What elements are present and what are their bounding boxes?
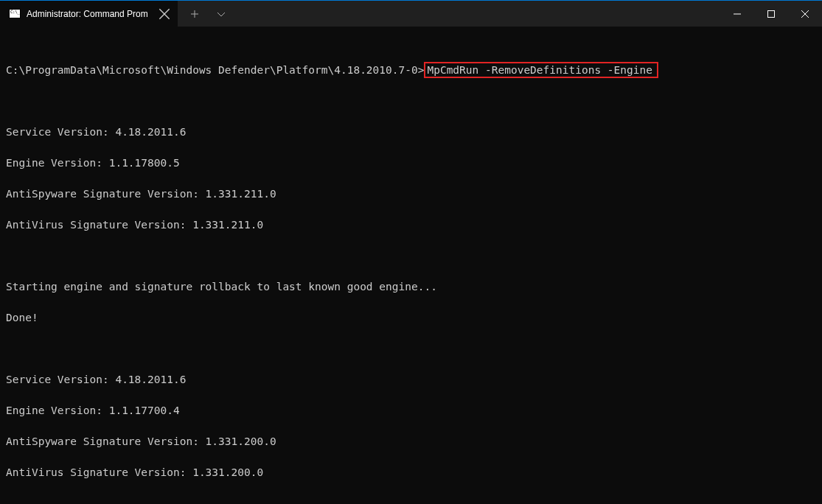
minimize-button[interactable] <box>720 1 754 27</box>
output-line: Engine Version: 1.1.17800.5 <box>6 155 816 171</box>
titlebar: Administrator: Command Prom <box>0 1 822 27</box>
blank-line <box>6 248 816 264</box>
new-tab-button[interactable] <box>182 1 207 27</box>
output-line: AntiSpyware Signature Version: 1.331.211… <box>6 186 816 202</box>
output-line: AntiSpyware Signature Version: 1.331.200… <box>6 434 816 449</box>
tab-actions <box>178 1 234 27</box>
blank-line <box>6 94 816 109</box>
output-line: Service Version: 4.18.2011.6 <box>6 372 816 388</box>
prompt-path: C:\ProgramData\Microsoft\Windows Defende… <box>6 64 424 76</box>
blank-line <box>6 496 816 504</box>
terminal-output[interactable]: C:\ProgramData\Microsoft\Windows Defende… <box>0 27 822 504</box>
output-line: Starting engine and signature rollback t… <box>6 279 816 295</box>
blank-line <box>6 341 816 357</box>
output-line: Service Version: 4.18.2011.6 <box>6 125 816 140</box>
maximize-button[interactable] <box>754 1 788 27</box>
titlebar-drag-area[interactable] <box>234 1 720 27</box>
output-line: Done! <box>6 310 816 326</box>
tab-title: Administrator: Command Prom <box>27 9 148 19</box>
close-tab-icon[interactable] <box>159 8 170 20</box>
output-line: AntiVirus Signature Version: 1.331.200.0 <box>6 465 816 480</box>
command-line: C:\ProgramData\Microsoft\Windows Defende… <box>6 63 816 78</box>
window-controls <box>720 1 822 27</box>
close-window-button[interactable] <box>788 1 822 27</box>
highlighted-command: MpCmdRun -RemoveDefinitions -Engine <box>424 62 658 78</box>
dropdown-button[interactable] <box>209 1 234 27</box>
output-line: AntiVirus Signature Version: 1.331.211.0 <box>6 217 816 233</box>
svg-rect-0 <box>768 10 775 17</box>
tab-active[interactable]: Administrator: Command Prom <box>0 1 178 27</box>
cmd-icon <box>9 9 21 18</box>
output-line: Engine Version: 1.1.17700.4 <box>6 403 816 419</box>
